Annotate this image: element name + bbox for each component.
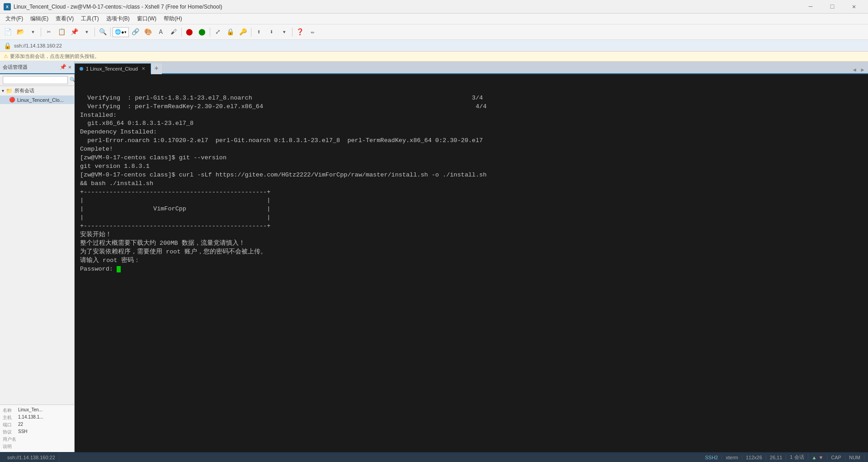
info-text: 要添加当前会话，点击左侧的箭头按钮。: [10, 53, 99, 60]
sidebar-title: 会话管理器: [3, 64, 28, 71]
find-button[interactable]: 🔍: [97, 26, 108, 38]
download-button[interactable]: ⬇: [266, 26, 278, 38]
status-dimensions: 112x26: [742, 455, 766, 460]
status-right: SSH2 xterm 112x26 26,11 1 会话 ▲ ▼ CAP NUM: [701, 454, 864, 461]
toolbar-separator-6: [251, 28, 251, 37]
info-icon: ⚠: [4, 53, 8, 59]
session-dropdown[interactable]: 🌐 ● ▾: [113, 27, 129, 37]
toolbar-separator-3: [110, 28, 111, 37]
cut-button[interactable]: ✂: [43, 26, 55, 38]
toolbar: 📄 📂 ▾ ✂ 📋 📌 ▾ 🔍 🌐 ● ▾ 🔗 🎨 A 🖌 ⬤ ⬤ ⤢ 🔒 🔑 …: [0, 24, 868, 40]
status-cap: CAP: [827, 455, 845, 460]
tab-label: 1 Linux_Tencent_Cloud: [86, 66, 138, 71]
info-bar: ⚠ 要添加当前会话，点击左侧的箭头按钮。: [0, 52, 868, 62]
window-controls: ─ □ ✕: [800, 0, 864, 14]
status-bar: ssh://1.14.138.160:22 SSH2 xterm 112x26 …: [0, 452, 868, 462]
session-info-host: 主机 1.14.138.1...: [3, 414, 71, 421]
session-dropdown-label: ●: [121, 29, 124, 35]
session-label: Linux_Tencent_Clo...: [17, 97, 64, 103]
record-button[interactable]: ⬤: [196, 26, 208, 38]
session-info-description: 说明: [3, 443, 71, 450]
status-connection: ssh://1.14.138.160:22: [4, 452, 59, 462]
session-dropdown-arrow: ▾: [124, 30, 127, 34]
menu-view[interactable]: 查看(V): [52, 14, 77, 24]
compose-button[interactable]: ✏: [307, 26, 319, 38]
paste-dropdown[interactable]: ▾: [81, 26, 93, 38]
address-bar: 🔒 ssh://1.14.138.160:22: [0, 40, 868, 52]
color-picker[interactable]: 🎨: [142, 26, 154, 38]
session-group-header[interactable]: ▾ 📁 所有会话: [0, 86, 74, 95]
status-connection-text: ssh://1.14.138.160:22: [7, 455, 55, 460]
sidebar-close-button[interactable]: ✕: [68, 64, 71, 71]
key-button[interactable]: 🔑: [237, 26, 249, 38]
stop-button[interactable]: ⬤: [184, 26, 195, 38]
session-dropdown-icon: 🌐: [115, 29, 121, 35]
menu-bar: 文件(F) 编辑(E) 查看(V) 工具(T) 选项卡(B) 窗口(W) 帮助(…: [0, 14, 868, 24]
copy-button[interactable]: 📋: [56, 26, 67, 38]
tab-next-button[interactable]: ▶: [859, 65, 866, 74]
menu-tools[interactable]: 工具(T): [77, 14, 102, 24]
new-tab-button[interactable]: +: [151, 63, 162, 74]
open-button[interactable]: 📂: [14, 26, 26, 38]
address-lock-icon: 🔒: [4, 42, 11, 49]
minimize-button[interactable]: ─: [800, 0, 821, 14]
menu-window[interactable]: 窗口(W): [133, 14, 160, 24]
help-button[interactable]: ❓: [294, 26, 306, 38]
session-status-icon: 🔴: [9, 97, 15, 103]
status-terminal-type: xterm: [722, 455, 742, 460]
title-bar: X Linux_Tencent_Cloud - zw@VM-0-17-cento…: [0, 0, 868, 14]
search-input[interactable]: [3, 76, 68, 84]
toolbar-separator-4: [181, 28, 182, 37]
status-position: 26,11: [766, 455, 787, 460]
tab-linux-tencent[interactable]: 1 Linux_Tencent_Cloud ✕: [75, 63, 151, 74]
sidebar-header: 会话管理器 📌 ✕: [0, 61, 75, 73]
lock-button[interactable]: 🔒: [225, 26, 236, 38]
toolbar-separator-1: [41, 28, 41, 37]
connect-button[interactable]: 🔗: [130, 26, 142, 38]
sidebar: 🔍 ▾ 📁 所有会话 🔴 Linux_Tencent_Clo... 名称 Lin…: [0, 74, 75, 452]
menu-file[interactable]: 文件(F): [2, 14, 27, 24]
maximize-button[interactable]: □: [822, 0, 843, 14]
close-button[interactable]: ✕: [844, 0, 864, 14]
sidebar-content: ▾ 📁 所有会话 🔴 Linux_Tencent_Clo...: [0, 86, 74, 405]
status-sessions: 1 会话: [786, 454, 808, 461]
session-info-port: 端口 22: [3, 421, 71, 429]
session-group-all: ▾ 📁 所有会话 🔴 Linux_Tencent_Clo...: [0, 86, 74, 104]
menu-tabs[interactable]: 选项卡(B): [103, 14, 133, 24]
color-button2[interactable]: 🖌: [168, 26, 179, 38]
tab-status-dot: [80, 67, 83, 71]
tab-bar: 会话管理器 📌 ✕ 1 Linux_Tencent_Cloud ✕ + ◀ ▶: [0, 62, 868, 74]
group-label: 所有会话: [14, 87, 34, 94]
font-button[interactable]: A: [155, 26, 167, 38]
resize-button[interactable]: ⤢: [212, 26, 224, 38]
terminal[interactable]: Verifying : perl-Git-1.8.3.1-23.el7_8.no…: [75, 74, 868, 452]
sidebar-pin-button[interactable]: 📌: [60, 64, 66, 71]
session-info: 名称 Linux_Ten... 主机 1.14.138.1... 端口 22 协…: [0, 405, 74, 452]
toolbar-separator-2: [94, 28, 95, 37]
paste-button[interactable]: 📌: [68, 26, 80, 38]
tab-close-button[interactable]: ✕: [141, 66, 146, 71]
new-session-button[interactable]: 📄: [2, 26, 14, 38]
sidebar-search: 🔍: [0, 74, 74, 86]
open-dropdown[interactable]: ▾: [27, 26, 39, 38]
session-info-protocol: 协议 SSH: [3, 429, 71, 436]
upload-dropdown[interactable]: ▾: [278, 26, 290, 38]
group-folder-icon: 📁: [6, 88, 13, 94]
session-info-username: 用户名: [3, 436, 71, 443]
session-item-linux[interactable]: 🔴 Linux_Tencent_Clo...: [0, 95, 74, 104]
group-expand-icon: ▾: [2, 88, 4, 93]
status-arrows: ▲ ▼: [808, 455, 828, 460]
tab-nav: ◀ ▶: [851, 65, 868, 74]
menu-help[interactable]: 帮助(H): [160, 14, 186, 24]
tab-prev-button[interactable]: ◀: [851, 65, 858, 74]
address-text: ssh://1.14.138.160:22: [14, 43, 62, 48]
toolbar-separator-5: [210, 28, 210, 37]
main-layout: 🔍 ▾ 📁 所有会话 🔴 Linux_Tencent_Clo... 名称 Lin…: [0, 74, 868, 452]
upload-button[interactable]: ⬆: [253, 26, 265, 38]
toolbar-separator-7: [292, 28, 292, 37]
menu-edit[interactable]: 编辑(E): [27, 14, 52, 24]
sidebar-controls: 📌 ✕: [60, 64, 71, 71]
window-title: Linux_Tencent_Cloud - zw@VM-0-17-centos:…: [14, 4, 800, 10]
status-ssh-label: SSH2: [701, 455, 722, 460]
session-info-name: 名称 Linux_Ten...: [3, 407, 71, 414]
